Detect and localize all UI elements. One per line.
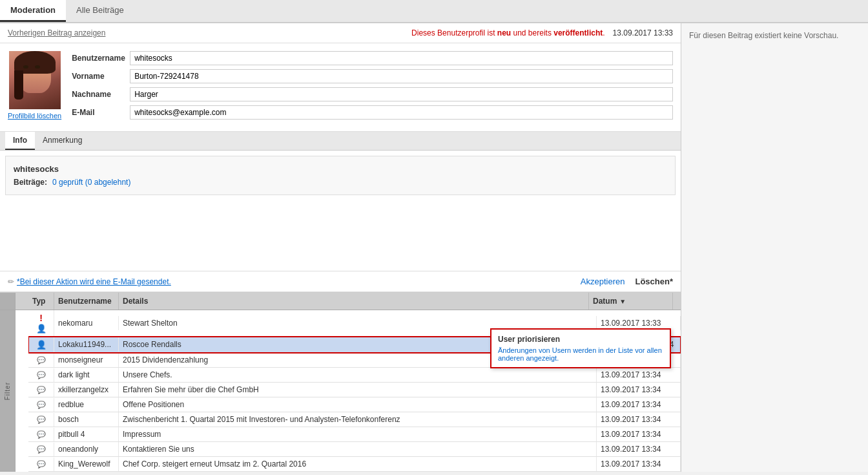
cell-user: pitbull 4 [54, 427, 119, 441]
cell-datum: 13.09.2017 13:34 [597, 368, 681, 382]
input-nachname[interactable] [130, 87, 673, 101]
cell-datum: 13.09.2017 13:34 [597, 397, 681, 412]
cell-details: Impressum [119, 427, 597, 441]
expand-header [16, 293, 28, 310]
tab-alle-beitraege[interactable]: Alle Beiträge [66, 0, 134, 22]
comment-icon: 💬 [37, 460, 46, 469]
profile-section: Profilbild löschen Benutzername Vorname … [0, 43, 681, 132]
tooltip-popup: User priorisieren Änderungen von Usern w… [490, 328, 671, 368]
avatar [9, 51, 61, 109]
label-nachname: Nachname [72, 90, 130, 99]
tab-anmerkung[interactable]: Anmerkung [35, 132, 90, 150]
cell-datum: 13.09.2017 13:34 [597, 442, 681, 456]
cell-user: redblue [54, 397, 119, 412]
table-row[interactable]: 💬 redblue Offene Positionen 13.09.2017 1… [28, 397, 681, 412]
expand-col [16, 310, 28, 472]
pencil-icon: ✏ [8, 277, 14, 286]
right-panel: Für diesen Beitrag existiert keine Vorsc… [681, 23, 868, 472]
table-row[interactable]: 💬 pitbull 4 Impressum 13.09.2017 13:34 [28, 427, 681, 442]
profile-fields: Benutzername Vorname Nachname E-Mail [72, 51, 673, 123]
cell-details: Offene Positionen [119, 397, 597, 412]
table-row[interactable]: 💬 xkillerzangelzx Erfahren Sie mehr über… [28, 383, 681, 397]
cell-details: Erfahren Sie mehr über die Chef GmbH [119, 383, 597, 397]
datum-label: Datum [593, 297, 617, 306]
status-message: Dieses Benutzerprofil ist neu und bereit… [411, 28, 604, 37]
cell-details: Chef Corp. steigert erneut Umsatz im 2. … [119, 457, 597, 471]
cell-typ: 💬 [28, 383, 54, 397]
comment-icon: 💬 [37, 386, 46, 394]
cell-user: bosch [54, 412, 119, 427]
comment-icon: 💬 [37, 356, 46, 364]
cell-datum: 13.09.2017 13:34 [597, 427, 681, 441]
label-benutzername: Benutzername [72, 54, 130, 63]
input-vorname[interactable] [130, 69, 673, 83]
table-section: Typ Benutzername Details Datum ▼ Filter [0, 292, 681, 472]
col-datum[interactable]: Datum ▼ [589, 293, 673, 310]
user-icon: 👤 [36, 340, 46, 350]
cell-user: xkillerzangelzx [54, 383, 119, 397]
delete-button[interactable]: Löschen* [635, 277, 673, 286]
field-benutzername: Benutzername [72, 51, 673, 65]
label-email: E-Mail [72, 108, 130, 117]
top-tabs-bar: Moderation Alle Beiträge [0, 0, 868, 23]
header-bar: Vorherigen Beitrag anzeigen Dieses Benut… [0, 23, 681, 43]
cell-details: Unsere Chefs. [119, 368, 597, 382]
filter-label: Filter [4, 382, 11, 400]
cell-typ: 💬 [28, 354, 54, 367]
status-date: 13.09.2017 13:33 [613, 28, 673, 37]
cell-typ: 👤 [28, 337, 54, 352]
cell-typ: ! 👤 [28, 310, 54, 336]
col-user: Benutzername [54, 293, 119, 310]
cell-user: monseigneur [54, 353, 119, 367]
tooltip-description: Änderungen von Usern werden in der Liste… [498, 346, 663, 362]
tab-info[interactable]: Info [5, 132, 35, 150]
cell-user: nekomaru [54, 316, 119, 330]
comment-icon: 💬 [37, 371, 46, 379]
table-row[interactable]: 💬 King_Werewolf Chef Corp. steigert erne… [28, 457, 681, 472]
tab-moderation[interactable]: Moderation [0, 0, 66, 22]
email-note: ✏ *Bei dieser Aktion wird eine E-Mail ge… [8, 277, 171, 286]
beitrage-label: Beiträge: [14, 178, 47, 187]
table-header: Typ Benutzername Details Datum ▼ [0, 293, 681, 310]
filter-sidebar: Filter [0, 310, 16, 472]
cell-user: oneandonly [54, 442, 119, 456]
info-section: Info Anmerkung whitesocks Beiträge: 0 ge… [0, 132, 681, 202]
comment-icon: 💬 [37, 445, 46, 454]
cell-typ: 💬 [28, 443, 54, 456]
cell-datum: 13.09.2017 13:34 [597, 457, 681, 471]
beitrage-row: Beiträge: 0 geprüft (0 abgelehnt) [14, 178, 667, 187]
cell-typ: 💬 [28, 413, 54, 427]
accept-button[interactable]: Akzeptieren [581, 277, 625, 286]
cell-typ: 💬 [28, 428, 54, 441]
info-content: whitesocks Beiträge: 0 geprüft (0 abgele… [5, 156, 676, 195]
filter-header [0, 293, 16, 310]
email-note-text[interactable]: *Bei dieser Aktion wird eine E-Mail gese… [17, 277, 171, 286]
field-vorname: Vorname [72, 69, 673, 83]
exclaim-icon: ! [39, 313, 43, 323]
table-row[interactable]: 💬 bosch Zwischenbericht 1. Quartal 2015 … [28, 412, 681, 427]
no-preview-text: Für diesen Beitrag existiert keine Vorsc… [689, 31, 838, 40]
col-details: Details [119, 293, 589, 310]
comment-icon: 💬 [37, 416, 46, 424]
avatar-block: Profilbild löschen [8, 51, 61, 123]
cell-typ: 💬 [28, 398, 54, 412]
field-email: E-Mail [72, 105, 673, 120]
cell-user: Lokaku11949... [54, 337, 119, 352]
comment-icon: 💬 [37, 401, 46, 409]
table-row[interactable]: 💬 oneandonly Kontaktieren Sie uns 13.09.… [28, 442, 681, 457]
info-username: whitesocks [14, 164, 667, 174]
input-email[interactable] [130, 105, 673, 120]
label-vorname: Vorname [72, 72, 130, 81]
scrollbar-header [673, 293, 681, 310]
input-benutzername[interactable] [130, 51, 673, 65]
prev-link[interactable]: Vorherigen Beitrag anzeigen [8, 28, 105, 37]
spacer [0, 202, 681, 271]
action-bar: ✏ *Bei dieser Aktion wird eine E-Mail ge… [0, 271, 681, 292]
field-nachname: Nachname [72, 87, 673, 101]
table-row[interactable]: 💬 dark light Unsere Chefs. 13.09.2017 13… [28, 368, 681, 383]
info-tabs: Info Anmerkung [0, 132, 681, 151]
action-buttons: Akzeptieren Löschen* [581, 277, 673, 286]
avatar-image [9, 51, 61, 109]
delete-profile-link[interactable]: Profilbild löschen [8, 112, 61, 120]
tooltip-title: User priorisieren [498, 335, 663, 344]
